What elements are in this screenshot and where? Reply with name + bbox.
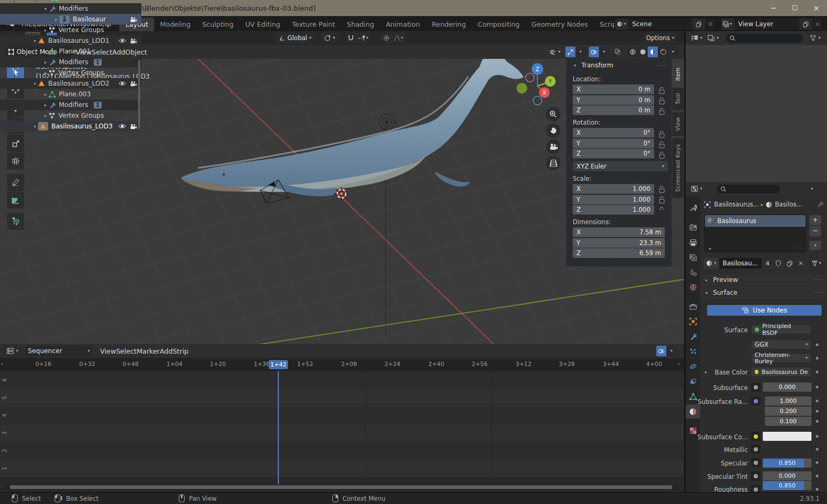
collapse-icon[interactable]: ▾ bbox=[32, 81, 38, 86]
browse-material-button[interactable]: ▾ bbox=[704, 258, 718, 269]
outliner-row-selected[interactable]: ▸ Basilosaur bbox=[0, 14, 141, 25]
dimensions-x-field[interactable]: X7.58 m bbox=[573, 227, 665, 237]
tab-world[interactable] bbox=[686, 280, 700, 294]
outliner-row[interactable]: ▸ Vertex Groups bbox=[0, 67, 141, 78]
unlink-scene-icon[interactable]: × bbox=[705, 20, 716, 28]
workspace-tab-shading[interactable]: Shading bbox=[341, 18, 380, 32]
tab-collection[interactable] bbox=[686, 300, 700, 314]
navigation-gizmo[interactable]: Z Y X bbox=[517, 60, 559, 107]
slots-grip-icon[interactable]: ···· bbox=[795, 246, 803, 251]
channel-row[interactable]: 2 bbox=[0, 442, 684, 460]
tool-measure-button[interactable] bbox=[7, 192, 24, 209]
pivot-point-dropdown[interactable]: ▾ bbox=[321, 33, 338, 43]
camera-view-button[interactable] bbox=[546, 140, 560, 154]
horizontal-scrollbar[interactable] bbox=[5, 485, 678, 490]
outliner-row[interactable]: ▸ Modifiers bbox=[0, 100, 141, 110]
hide-viewport-eye-icon[interactable] bbox=[118, 38, 126, 43]
collapse-icon[interactable]: ▾ bbox=[572, 63, 578, 68]
workspace-tab-texture-paint[interactable]: Texture Paint bbox=[286, 18, 341, 32]
material-name-field[interactable]: Basilosau... bbox=[719, 258, 762, 269]
outliner-scrollbar[interactable] bbox=[138, 60, 140, 129]
outliner-filter-mode-button[interactable]: ▾ bbox=[705, 33, 722, 43]
breadcrumb-material[interactable]: Basilos... bbox=[775, 201, 817, 208]
channel-row[interactable]: 5 bbox=[0, 389, 684, 407]
channel-row[interactable]: 1 bbox=[0, 460, 684, 477]
keyframe-dot[interactable] bbox=[816, 448, 818, 450]
subsurface-radius-x-field[interactable]: 1.000 bbox=[765, 396, 811, 406]
view-layer-icon[interactable]: ▾ bbox=[721, 18, 734, 30]
tool-add-cube-button[interactable] bbox=[7, 213, 24, 230]
sequencer-overlay-icon[interactable] bbox=[656, 346, 666, 356]
expand-icon[interactable]: ▸ bbox=[42, 49, 49, 54]
close-button[interactable]: × bbox=[806, 0, 827, 16]
rotation-y-field[interactable]: Y0° bbox=[573, 139, 654, 148]
panel-preview[interactable]: ▸ Preview ···· bbox=[700, 274, 827, 286]
sequencer-overlay-dropdown-icon[interactable]: ▾ bbox=[666, 346, 677, 356]
material-nodes-filter-button[interactable]: ▾ bbox=[810, 258, 823, 269]
channel-row[interactable]: 4 bbox=[0, 407, 684, 424]
sequencer-editor-type-button[interactable]: ▾ bbox=[4, 346, 21, 356]
specular-tint-field[interactable]: 0.000 bbox=[763, 471, 811, 480]
rotation-x-field[interactable]: X0° bbox=[573, 128, 654, 138]
snap-magnet-icon[interactable] bbox=[346, 33, 356, 43]
subsurface-color-socket[interactable] bbox=[751, 432, 761, 441]
use-nodes-button[interactable]: Use Nodes bbox=[707, 305, 822, 316]
location-y-field[interactable]: Y0 m bbox=[573, 95, 654, 105]
tool-annotate-button[interactable] bbox=[7, 174, 24, 191]
breadcrumb-object[interactable]: Basilosaurus... bbox=[714, 201, 759, 208]
expand-icon[interactable]: ▸ bbox=[42, 113, 49, 118]
slots-expand-icon[interactable]: ▸ bbox=[707, 246, 714, 251]
camera-object[interactable] bbox=[256, 175, 296, 209]
location-z-field[interactable]: Z0 m bbox=[573, 105, 654, 115]
scene-name[interactable]: Scene bbox=[628, 20, 692, 28]
outliner-row[interactable]: ▾ Basilosaurus_LOD1 bbox=[0, 35, 141, 46]
tab-render[interactable] bbox=[686, 220, 700, 234]
base-color-texture-button[interactable]: Basilosaurus_Def... bbox=[751, 367, 811, 377]
unlink-material-icon[interactable]: × bbox=[796, 258, 806, 269]
keyframe-dot[interactable] bbox=[816, 435, 818, 438]
workspace-tab-sculpting[interactable]: Sculpting bbox=[196, 18, 239, 32]
view-layer-selector[interactable]: ▾ View Layer × bbox=[720, 18, 823, 30]
properties-options-dropdown-icon[interactable]: ▾ bbox=[811, 187, 813, 191]
outliner-search-input[interactable] bbox=[726, 34, 803, 43]
minimize-button[interactable]: ─ bbox=[763, 0, 784, 16]
fake-user-shield-icon[interactable] bbox=[773, 258, 784, 269]
channel-row[interactable]: 6 bbox=[0, 371, 684, 389]
outliner-row-active[interactable]: ▾ Basilosaurus_LOD3 bbox=[0, 121, 141, 132]
tab-particles[interactable] bbox=[686, 345, 700, 358]
transform-orientation-dropdown[interactable]: Global ▾ bbox=[276, 33, 314, 43]
expand-icon[interactable]: ▸ bbox=[42, 103, 49, 108]
ruler-scroll-right-icon[interactable]: ‹ bbox=[678, 361, 680, 368]
pan-hand-button[interactable] bbox=[546, 124, 560, 138]
scale-x-field[interactable]: X1.000 bbox=[573, 184, 654, 194]
render-visibility-camera-icon[interactable] bbox=[130, 17, 137, 22]
tab-view-layer[interactable] bbox=[686, 250, 700, 264]
workspace-tab-rendering[interactable]: Rendering bbox=[426, 18, 472, 32]
remove-view-layer-icon[interactable]: × bbox=[812, 20, 823, 28]
keyframe-dot[interactable] bbox=[816, 400, 818, 402]
shading-solid-icon[interactable] bbox=[638, 47, 648, 57]
shading-material-preview-icon[interactable] bbox=[648, 47, 658, 57]
maximize-button[interactable]: ☐ bbox=[784, 0, 806, 16]
metallic-socket[interactable] bbox=[751, 445, 761, 454]
keyframe-dot[interactable] bbox=[816, 420, 818, 423]
rotation-z-field[interactable]: Z0° bbox=[573, 149, 654, 158]
specular-socket[interactable] bbox=[751, 458, 761, 467]
expand-icon[interactable]: ▸ bbox=[42, 60, 49, 65]
empty-object[interactable] bbox=[375, 110, 399, 134]
dimensions-y-field[interactable]: Y23.3 m bbox=[573, 238, 665, 248]
view-layer-name[interactable]: View Layer bbox=[734, 20, 799, 28]
sidebar-tab-view[interactable]: View bbox=[672, 112, 684, 136]
options-button[interactable]: Options ▾ bbox=[643, 33, 677, 43]
shading-wireframe-icon[interactable] bbox=[627, 47, 638, 57]
tool-transform-button[interactable] bbox=[7, 152, 24, 170]
cursor-3d[interactable] bbox=[334, 186, 349, 201]
proportional-edit-icon[interactable] bbox=[381, 33, 391, 43]
workspace-tab-compositing[interactable]: Compositing bbox=[472, 18, 525, 32]
outliner-row[interactable]: ▸ Modifiers bbox=[0, 57, 141, 67]
sidebar-tab-screencast-keys[interactable]: Screencast Keys bbox=[672, 138, 684, 198]
material-slot-selected[interactable]: Basilosaurus bbox=[705, 215, 806, 227]
hide-viewport-eye-icon[interactable] bbox=[118, 124, 126, 129]
workspace-tab-uv-editing[interactable]: UV Editing bbox=[239, 18, 286, 32]
perspective-toggle-button[interactable] bbox=[546, 156, 560, 170]
